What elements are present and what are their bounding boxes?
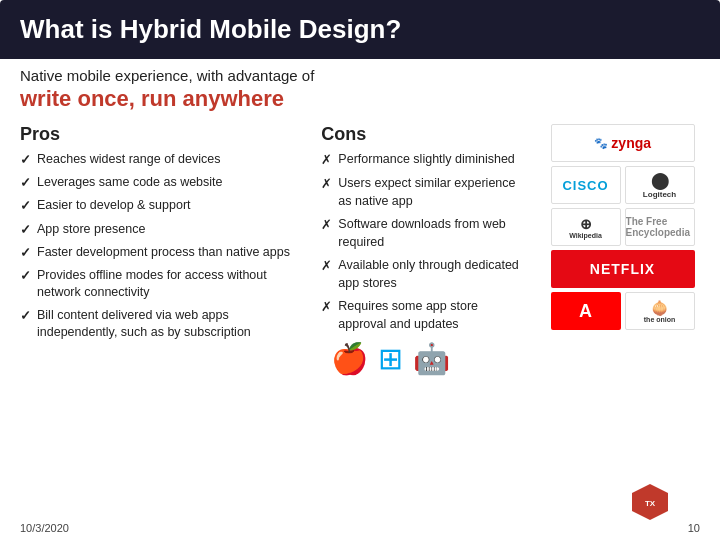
- subtitle-line1: Native mobile experience, with advantage…: [0, 59, 720, 86]
- page-header: What is Hybrid Mobile Design?: [0, 0, 720, 59]
- list-item: Faster development process than native a…: [20, 244, 301, 262]
- svg-text:TX: TX: [645, 499, 656, 508]
- cons-title: Cons: [321, 124, 525, 145]
- list-item: Reaches widest range of devices: [20, 151, 301, 169]
- subtitle-line2: write once, run anywhere: [0, 86, 720, 120]
- texas-badge: TX: [632, 484, 668, 520]
- cisco-logo: CISCO: [551, 166, 621, 204]
- logitech-logo: ⬤ Logitech: [625, 166, 695, 204]
- list-item: Performance slightly diminished: [321, 151, 525, 169]
- android-icon: 🤖: [413, 341, 450, 376]
- cons-list: Performance slightly diminished Users ex…: [321, 151, 525, 333]
- logo-grid: 🐾 zynga CISCO ⬤ Logitech ⊕ Wikipedia The…: [551, 124, 695, 330]
- zynga-logo: 🐾 zynga: [551, 124, 695, 162]
- unknown-logo: The Free Encyclopedia: [625, 208, 695, 246]
- pros-panel: Pros Reaches widest range of devices Lev…: [10, 120, 311, 376]
- list-item: Requires some app store approval and upd…: [321, 298, 525, 333]
- windows-icon: ⊞: [378, 341, 403, 376]
- list-item: Bill content delivered via web apps inde…: [20, 307, 301, 342]
- list-item: Users expect similar experience as nativ…: [321, 175, 525, 210]
- the-onion-logo: 🧅 the onion: [625, 292, 695, 330]
- pros-list: Reaches widest range of devices Leverage…: [20, 151, 301, 342]
- footer-page: 10: [688, 522, 700, 534]
- logos-panel: 🐾 zynga CISCO ⬤ Logitech ⊕ Wikipedia The…: [535, 120, 710, 376]
- apple-icon: 🍎: [331, 341, 368, 376]
- adobe-logo: A: [551, 292, 621, 330]
- header-title: What is Hybrid Mobile Design?: [20, 14, 401, 44]
- main-content: Pros Reaches widest range of devices Lev…: [0, 120, 720, 376]
- list-item: Available only through dedicated app sto…: [321, 257, 525, 292]
- list-item: App store presence: [20, 221, 301, 239]
- cons-panel: Cons Performance slightly diminished Use…: [311, 120, 535, 376]
- list-item: Easier to develop & support: [20, 197, 301, 215]
- platform-icons-row: 🍎 ⊞ 🤖: [321, 341, 525, 376]
- list-item: Leverages same code as website: [20, 174, 301, 192]
- netflix-logo: NETFLIX: [551, 250, 695, 288]
- wikipedia-logo: ⊕ Wikipedia: [551, 208, 621, 246]
- list-item: Software downloads from web required: [321, 216, 525, 251]
- footer-date: 10/3/2020: [20, 522, 69, 534]
- pros-title: Pros: [20, 124, 301, 145]
- list-item: Provides offline modes for access withou…: [20, 267, 301, 302]
